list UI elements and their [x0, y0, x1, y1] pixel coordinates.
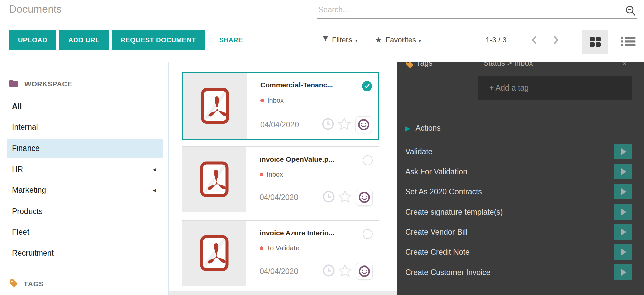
- pdf-thumbnail: [182, 147, 246, 212]
- pager-previous-button[interactable]: [531, 30, 538, 50]
- favorites-menu[interactable]: ★ Favorites ▸: [375, 30, 422, 50]
- tag-icon: [405, 62, 414, 70]
- status-row: Inbox: [260, 171, 373, 178]
- status-row: Inbox: [260, 97, 372, 104]
- activity-clock-icon[interactable]: [322, 264, 335, 278]
- kanban-view-button[interactable]: [582, 30, 608, 54]
- status-dot-icon: [260, 246, 263, 250]
- action-label[interactable]: Create Customer Invoice: [405, 268, 614, 277]
- document-card[interactable]: invoice Azure Interio... To Validate 04/…: [182, 220, 379, 286]
- card-body: Commercial-Tenanc... Inbox 04/04/2020: [247, 73, 378, 139]
- pager-next-button[interactable]: [553, 30, 559, 50]
- avatar-smiley-icon[interactable]: [355, 116, 372, 133]
- play-icon: [621, 269, 626, 276]
- favorite-star-icon[interactable]: [338, 190, 352, 205]
- sidebar-item-internal[interactable]: Internal: [7, 118, 163, 137]
- close-icon[interactable]: ×: [622, 62, 627, 68]
- document-card[interactable]: invoice OpenValue.p... Inbox 04/04/2020: [182, 146, 379, 212]
- run-action-button[interactable]: [614, 184, 632, 199]
- grid-icon: [589, 37, 601, 48]
- request-document-button[interactable]: REQUEST DOCUMENT: [112, 30, 205, 50]
- action-label[interactable]: Set As 2020 Contracts: [405, 187, 614, 196]
- folder-icon: [9, 79, 19, 89]
- status-label: Inbox: [267, 97, 284, 104]
- action-label[interactable]: Validate: [405, 147, 614, 156]
- pdf-thumbnail: [182, 221, 246, 286]
- sidebar-item-label: All: [12, 102, 22, 111]
- action-row-create-vendor-bill: Create Vendor Bill: [405, 222, 632, 242]
- selected-check-icon[interactable]: [362, 81, 372, 91]
- run-action-button[interactable]: [614, 264, 632, 280]
- play-icon: [621, 249, 626, 255]
- pdf-thumbnail: [183, 73, 247, 139]
- page-title: Documents: [9, 3, 62, 15]
- run-action-button[interactable]: [614, 244, 632, 260]
- horizontal-scrollbar[interactable]: [169, 291, 397, 295]
- caret-left-icon: ◀: [153, 188, 156, 193]
- actions-section-header[interactable]: ▶ Actions: [405, 124, 441, 133]
- document-date: 04/04/2020: [260, 267, 319, 276]
- action-label[interactable]: Create Credit Note: [405, 248, 614, 257]
- sidebar: WORKSPACE All Internal Finance HR ◀ Mark…: [0, 62, 169, 295]
- sidebar-item-marketing[interactable]: Marketing ◀: [7, 181, 163, 200]
- caret-right-icon: ▸: [356, 37, 358, 43]
- action-label[interactable]: Create signature template(s): [405, 208, 614, 217]
- action-label[interactable]: Ask For Validation: [405, 167, 614, 176]
- search-area: [317, 3, 637, 19]
- status-dot-icon: [260, 173, 263, 176]
- card-body: invoice OpenValue.p... Inbox 04/04/2020: [246, 147, 379, 212]
- sidebar-item-hr[interactable]: HR ◀: [7, 160, 163, 179]
- filters-label: Filters: [332, 36, 352, 44]
- share-button[interactable]: SHARE: [219, 36, 243, 44]
- filter-funnel-icon: [322, 36, 329, 44]
- actions-label: Actions: [415, 124, 440, 133]
- sidebar-item-products[interactable]: Products: [7, 202, 163, 221]
- caret-left-icon: ◀: [153, 167, 156, 172]
- action-row-ask-for-validation: Ask For Validation: [405, 162, 632, 182]
- filters-menu[interactable]: Filters ▸: [322, 30, 358, 50]
- sidebar-item-label: Finance: [12, 144, 40, 153]
- inspector-panel: Tags Status > Inbox × + Add a tag ▶ Acti…: [397, 62, 644, 295]
- sidebar-item-finance[interactable]: Finance: [7, 139, 163, 158]
- workspace-section-header: WORKSPACE: [9, 79, 72, 89]
- action-label[interactable]: Create Vendor Bill: [405, 228, 614, 237]
- sidebar-item-label: HR: [12, 165, 23, 174]
- sidebar-item-recruitment[interactable]: Recruitment: [7, 244, 163, 263]
- run-action-button[interactable]: [614, 164, 632, 179]
- document-card[interactable]: Commercial-Tenanc... Inbox 04/04/2020: [182, 72, 379, 140]
- avatar-smiley-icon[interactable]: [356, 189, 373, 206]
- add-tag-input[interactable]: + Add a tag: [478, 76, 632, 100]
- tag-icon: [9, 279, 18, 289]
- list-view-button[interactable]: [618, 34, 639, 50]
- document-date: 04/04/2020: [260, 193, 319, 202]
- pdf-icon: [200, 161, 229, 197]
- activity-clock-icon[interactable]: [322, 190, 335, 204]
- action-row-validate: Validate: [405, 141, 632, 162]
- play-icon: [621, 229, 626, 235]
- sidebar-item-fleet[interactable]: Fleet: [7, 223, 163, 242]
- sidebar-item-label: Internal: [12, 123, 38, 132]
- play-icon: [621, 209, 626, 215]
- select-circle[interactable]: [363, 155, 373, 165]
- list-icon: [621, 36, 636, 49]
- action-row-set-as-2020-contracts: Set As 2020 Contracts: [405, 182, 632, 202]
- sidebar-item-all[interactable]: All: [7, 97, 163, 116]
- favorite-star-icon[interactable]: [337, 117, 352, 132]
- favorites-star-icon: ★: [375, 36, 382, 44]
- favorite-star-icon[interactable]: [338, 264, 352, 279]
- status-label: To Validate: [267, 244, 299, 252]
- run-action-button[interactable]: [614, 224, 632, 240]
- panel-tags-label: Tags: [416, 62, 433, 68]
- search-icon[interactable]: [625, 5, 636, 17]
- avatar-smiley-icon[interactable]: [356, 263, 373, 280]
- search-input[interactable]: [317, 3, 637, 19]
- run-action-button[interactable]: [614, 144, 632, 159]
- kanban-area: Commercial-Tenanc... Inbox 04/04/2020: [169, 62, 397, 295]
- add-url-button[interactable]: ADD URL: [59, 30, 109, 50]
- favorites-label: Favorites: [386, 36, 416, 44]
- run-action-button[interactable]: [614, 204, 632, 220]
- activity-clock-icon[interactable]: [322, 118, 334, 132]
- tags-label: TAGS: [24, 280, 44, 288]
- select-circle[interactable]: [363, 229, 373, 239]
- upload-button[interactable]: UPLOAD: [9, 30, 56, 50]
